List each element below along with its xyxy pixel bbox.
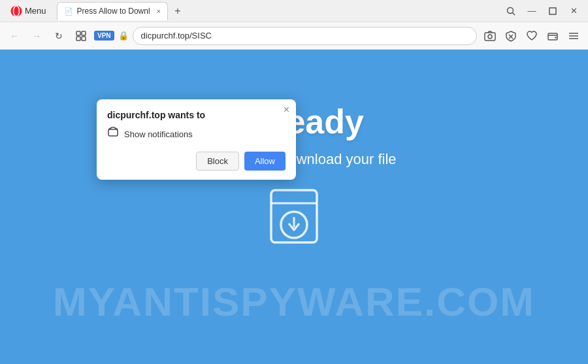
address-bar: ← → ↻ VPN 🔒 [0,22,588,50]
minimize-button[interactable]: — [523,2,541,20]
svg-point-10 [488,35,492,39]
camera-button[interactable] [481,27,499,45]
reload-button[interactable]: ↻ [50,27,68,45]
svg-rect-13 [548,33,557,40]
tab-favicon: 📄 [64,7,73,16]
watermark: MYANTISPYWARE.COM [0,278,588,325]
svg-rect-7 [76,37,80,41]
svg-point-0 [11,5,22,16]
popup-close-button[interactable]: × [284,105,289,115]
heart-icon [526,30,538,42]
notification-permission-icon [107,127,119,141]
shield-x-icon [505,30,517,42]
wallet-icon [547,30,559,42]
title-bar: Menu 📄 Press Allow to Downl × + — ✕ [0,0,588,22]
settings-button[interactable] [564,27,583,45]
opera-menu-button[interactable]: Menu [5,3,52,19]
reload-icon: ↻ [55,31,63,41]
notification-popup: × dicpurchf.top wants to Show notificati… [97,99,296,180]
svg-rect-5 [76,31,80,35]
active-tab[interactable]: 📄 Press Allow to Downl × [57,2,168,20]
minimize-icon: — [528,6,536,16]
svg-rect-6 [82,31,86,35]
popup-title: dicpurchf.top wants to [107,110,286,120]
svg-point-2 [508,7,514,13]
grid-icon [76,31,86,41]
close-window-button[interactable]: ✕ [564,2,583,20]
close-icon: ✕ [570,6,578,16]
heart-button[interactable] [523,27,541,45]
restore-icon [549,7,557,15]
search-icon [506,7,515,16]
wallet-button[interactable] [544,27,562,45]
menu-lines-icon [568,30,580,42]
svg-point-14 [555,37,556,38]
allow-button[interactable]: Allow [244,152,286,171]
svg-rect-18 [271,190,317,242]
bell-outline-icon [107,127,119,139]
tab-title: Press Allow to Downl [77,7,150,16]
svg-rect-21 [108,129,118,136]
svg-rect-4 [549,8,556,14]
tabs-area: 📄 Press Allow to Downl × + [57,2,497,20]
forward-icon: → [32,31,41,41]
menu-label: Menu [25,6,46,16]
popup-buttons: Block Allow [107,152,286,171]
forward-button[interactable]: → [27,27,46,45]
popup-permission-row: Show notifications [107,127,286,141]
permission-text: Show notifications [124,129,193,139]
new-tab-button[interactable]: + [169,3,186,20]
svg-rect-8 [82,37,86,41]
download-icon-wrap [258,180,330,255]
url-input[interactable] [133,27,477,45]
tab-close-button[interactable]: × [157,7,161,15]
window-controls: — ✕ [502,2,583,20]
lock-icon: 🔒 [118,31,129,41]
back-button[interactable]: ← [5,27,24,45]
download-icon [258,180,330,252]
tabs-icon-button[interactable] [72,27,90,45]
vpn-badge[interactable]: VPN [94,31,114,41]
page-content: Is Ready Click Allow to download your fi… [0,50,588,364]
block-button[interactable]: Block [196,152,239,171]
camera-icon [484,30,496,42]
svg-line-3 [513,12,515,15]
svg-rect-9 [485,33,495,41]
opera-logo-icon [10,5,22,17]
restore-button[interactable] [544,2,562,20]
toolbar-icons [481,27,583,45]
adblock-button[interactable] [502,27,520,45]
search-window-button[interactable] [502,2,520,20]
back-icon: ← [10,31,19,41]
